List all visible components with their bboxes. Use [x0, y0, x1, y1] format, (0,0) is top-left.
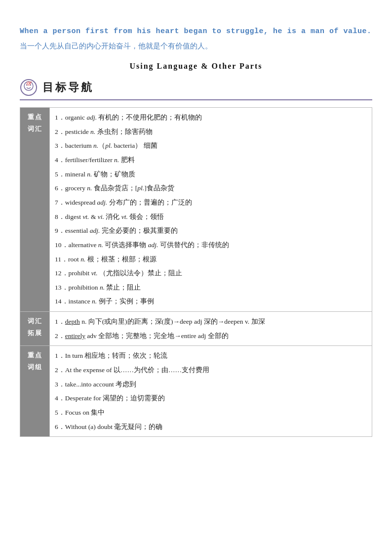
- nav-header: 目标导航: [20, 79, 372, 100]
- list-item: 2．pesticide n. 杀虫剂；除害药物: [55, 126, 367, 138]
- svg-point-0: [21, 80, 37, 95]
- list-item: 8．digest vt. & vi. 消化 vt. 领会；领悟: [55, 211, 367, 223]
- list-item: 6．grocery n. 食品杂货店；[pl.]食品杂货: [55, 182, 367, 195]
- list-item: 7．widespread adj. 分布广的；普遍的；广泛的: [55, 196, 367, 209]
- row-content-0: 1．organic adj. 有机的；不使用化肥的；有机物的2．pesticid…: [50, 108, 372, 312]
- list-item: 5．Focus on 集中: [55, 406, 367, 419]
- list-item: 6．Without (a) doubt 毫无疑问；的确: [55, 421, 367, 433]
- table-row: 词汇拓展1．depth n. 向下(或向里)的距离；深(度)→deep adj …: [20, 312, 372, 346]
- vocabulary-table: 重点词汇1．organic adj. 有机的；不使用化肥的；有机物的2．pest…: [20, 107, 372, 437]
- nav-title-text: 目标导航: [42, 80, 94, 95]
- table-row: 重点词组1．In turn 相应地；转而；依次；轮流2．At the expen…: [20, 346, 372, 437]
- quote-chinese: 当一个人先从自己的内心开始奋斗，他就是个有价值的人。: [20, 39, 372, 53]
- list-item: 9．essential adj. 完全必要的；极其重要的: [55, 224, 367, 237]
- list-item: 5．mineral n. 矿物；矿物质: [55, 168, 367, 181]
- quote-section: When a person first from his heart began…: [20, 25, 372, 53]
- svg-point-1: [24, 82, 33, 90]
- list-item: 10．alternative n. 可供选择事物 adj. 可供替代的；非传统的: [55, 239, 367, 252]
- table-row: 重点词汇1．organic adj. 有机的；不使用化肥的；有机物的2．pest…: [20, 108, 372, 312]
- section-title: Using Language & Other Parts: [20, 62, 372, 71]
- list-item: 1．organic adj. 有机的；不使用化肥的；有机物的: [55, 111, 367, 124]
- row-header-1: 词汇拓展: [20, 312, 50, 346]
- row-header-2: 重点词组: [20, 346, 50, 437]
- row-content-2: 1．In turn 相应地；转而；依次；轮流2．At the expense o…: [50, 346, 372, 437]
- list-item: 1．depth n. 向下(或向里)的距离；深(度)→deep adj 深的→d…: [55, 315, 367, 328]
- row-content-1: 1．depth n. 向下(或向里)的距离；深(度)→deep adj 深的→d…: [50, 312, 372, 346]
- target-navigation-icon: [20, 79, 38, 96]
- list-item: 3．take...into account 考虑到: [55, 378, 367, 391]
- list-item: 1．In turn 相应地；转而；依次；轮流: [55, 349, 367, 362]
- quote-english: When a person first from his heart began…: [20, 25, 372, 39]
- list-item: 4．fertiliser/fertilizer n. 肥料: [55, 154, 367, 167]
- list-item: 4．Desperate for 渴望的；迫切需要的: [55, 392, 367, 405]
- list-item: 2．entirely adv 全部地；完整地；完全地→entire adj 全部…: [55, 330, 367, 342]
- row-header-0: 重点词汇: [20, 108, 50, 312]
- list-item: 13．prohibition n. 禁止；阻止: [55, 281, 367, 294]
- list-item: 12．prohibit vt. （尤指以法令）禁止；阻止: [55, 267, 367, 280]
- list-item: 11．root n. 根；根茎；根部；根源: [55, 253, 367, 266]
- list-item: 3．bacterium n.（pl. bacteria） 细菌: [55, 139, 367, 152]
- list-item: 2．At the expense of 以……为代价；由……支付费用: [55, 364, 367, 377]
- list-item: 14．instance n. 例子；实例；事例: [55, 295, 367, 308]
